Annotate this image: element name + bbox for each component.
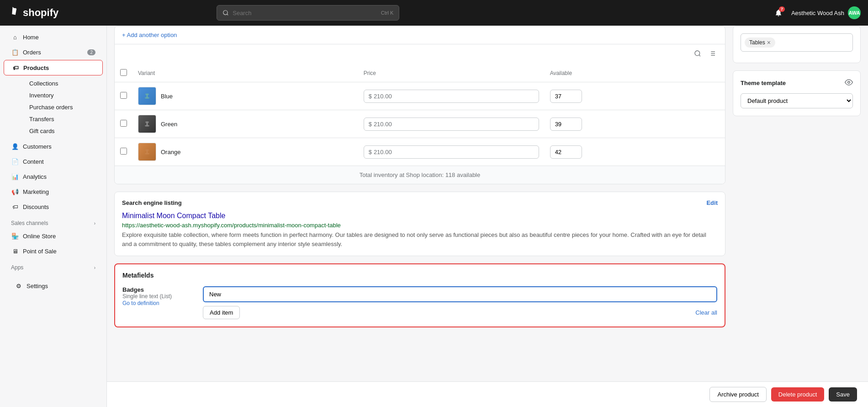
row-checkbox[interactable] [120, 148, 127, 155]
variants-card: + Add another option [114, 26, 725, 184]
metafield-row: Badges Single line text (List) Go to def… [122, 286, 717, 319]
search-shortcut: Ctrl K [381, 10, 394, 16]
sidebar-item-label: Online Store [23, 233, 56, 240]
badges-input[interactable] [203, 286, 717, 302]
price-input[interactable]: $ 210.00 [364, 145, 539, 159]
sidebar-item-discounts[interactable]: 🏷 Discounts [4, 199, 103, 214]
tag-label: Tables [749, 39, 765, 46]
sidebar-item-customers[interactable]: 👤 Customers [4, 139, 103, 154]
archive-product-button[interactable]: Archive product [709, 387, 766, 402]
home-icon: ⌂ [11, 33, 19, 41]
save-button[interactable]: Save [829, 387, 857, 402]
search-bar[interactable]: Ctrl K [217, 5, 399, 21]
sidebar-item-inventory[interactable]: Inventory [22, 90, 103, 101]
svg-point-15 [145, 125, 149, 127]
price-col-header: Price [358, 64, 545, 82]
sidebar-item-online-store[interactable]: 🏪 Online Store [4, 229, 103, 243]
metafields-title: Metafields [122, 272, 717, 279]
go-to-definition-link[interactable]: Go to definition [122, 300, 159, 306]
center-column: + Add another option [114, 26, 725, 370]
seo-page-title[interactable]: Minimalist Moon Compact Table [122, 212, 225, 220]
sidebar-item-label: Products [23, 64, 49, 71]
sidebar-item-home[interactable]: ⌂ Home [4, 30, 103, 44]
content-icon: 📄 [11, 157, 19, 166]
price-value: 210.00 [374, 121, 392, 128]
seo-url: https://aesthetic-wood-ash.myshopify.com… [122, 222, 718, 229]
analytics-icon: 📊 [11, 172, 19, 181]
orders-badge: 2 [87, 49, 95, 55]
marketing-icon: 📢 [11, 187, 19, 196]
variant-name: Orange [161, 149, 180, 155]
sidebar-item-analytics[interactable]: 📊 Analytics [4, 169, 103, 184]
seo-card: Search engine listing Edit Minimalist Mo… [114, 192, 725, 256]
table-row: Orange $ 210.00 [115, 138, 725, 166]
seo-edit-button[interactable]: Edit [706, 199, 718, 206]
sidebar-item-collections[interactable]: Collections [22, 78, 103, 89]
clear-all-button[interactable]: Clear all [695, 309, 717, 316]
products-submenu: Collections Inventory Purchase orders Tr… [0, 76, 106, 139]
sidebar-item-settings[interactable]: ⚙ Settings [7, 278, 99, 293]
sidebar-item-label: Point of Sale [23, 248, 57, 255]
metafield-actions: Add item Clear all [203, 306, 717, 319]
main-content: + Add another option [107, 26, 868, 407]
sidebar: ⌂ Home 📋 Orders 2 🏷 Products Collections… [0, 26, 107, 407]
sidebar-item-label: Orders [23, 49, 41, 56]
sidebar-item-purchase-orders[interactable]: Purchase orders [22, 102, 103, 113]
available-input[interactable] [550, 145, 582, 159]
metafield-right: Add item Clear all [203, 286, 717, 319]
search-input[interactable] [233, 10, 377, 16]
pos-icon: 🖥 [11, 247, 19, 255]
discounts-icon: 🏷 [11, 203, 19, 211]
row-checkbox[interactable] [120, 120, 127, 127]
metafield-left: Badges Single line text (List) Go to def… [122, 286, 196, 306]
seo-description: Explore exquisite table collection, wher… [122, 230, 718, 248]
sidebar-item-products[interactable]: 🏷 Products [4, 60, 103, 75]
sales-channels-section: Sales channels › [0, 214, 106, 228]
svg-point-18 [145, 153, 149, 155]
sidebar-item-label: Analytics [23, 173, 47, 180]
online-store-icon: 🏪 [11, 232, 19, 240]
theme-template-select[interactable]: Default product [741, 93, 853, 108]
seo-title: Minimalist Moon Compact Table [122, 212, 718, 220]
sales-channels-arrow: › [94, 221, 95, 226]
price-input[interactable]: $ 210.00 [364, 118, 539, 131]
user-name: Aesthetic Wood Ash [791, 10, 844, 16]
filter-variants-button[interactable] [707, 48, 718, 61]
sidebar-item-orders[interactable]: 📋 Orders 2 [4, 45, 103, 59]
collections-tags: Tables × [741, 33, 853, 52]
variant-name: Green [161, 121, 177, 128]
shopify-logo: shopify [7, 6, 58, 19]
variant-image [138, 115, 156, 133]
apps-arrow: › [94, 265, 95, 270]
variants-table: Variant Price Available [115, 64, 725, 166]
add-option-button[interactable]: + Add another option [115, 26, 184, 44]
sidebar-item-label: Home [23, 34, 39, 41]
available-input[interactable] [550, 90, 582, 103]
customers-icon: 👤 [11, 142, 19, 150]
user-info: Aesthetic Wood Ash AWA [791, 6, 861, 19]
collections-card: Tables × [733, 26, 861, 63]
select-all-checkbox[interactable] [120, 69, 127, 76]
sidebar-item-transfers[interactable]: Transfers [22, 113, 103, 125]
sidebar-item-gift-cards[interactable]: Gift cards [22, 125, 103, 137]
theme-template-header: Theme template [741, 78, 853, 88]
svg-point-0 [223, 11, 228, 15]
sidebar-item-marketing[interactable]: 📢 Marketing [4, 184, 103, 199]
apps-section: Apps › [0, 259, 106, 273]
available-input[interactable] [550, 118, 582, 131]
variant-name: Blue [161, 93, 173, 100]
price-value: 210.00 [374, 93, 392, 100]
delete-product-button[interactable]: Delete product [771, 387, 825, 402]
sidebar-item-content[interactable]: 📄 Content [4, 154, 103, 169]
svg-point-19 [848, 81, 850, 84]
sidebar-item-label: Discounts [23, 204, 49, 210]
price-input[interactable]: $ 210.00 [364, 90, 539, 103]
tag-remove-button[interactable]: × [767, 39, 771, 46]
notifications-button[interactable]: 7 [771, 5, 786, 20]
add-item-button[interactable]: Add item [203, 306, 240, 319]
table-row: Green $ 210.00 [115, 110, 725, 138]
theme-template-label: Theme template [741, 80, 786, 86]
sidebar-item-pos[interactable]: 🖥 Point of Sale [4, 244, 103, 258]
search-variants-button[interactable] [692, 48, 703, 61]
row-checkbox[interactable] [120, 92, 127, 99]
